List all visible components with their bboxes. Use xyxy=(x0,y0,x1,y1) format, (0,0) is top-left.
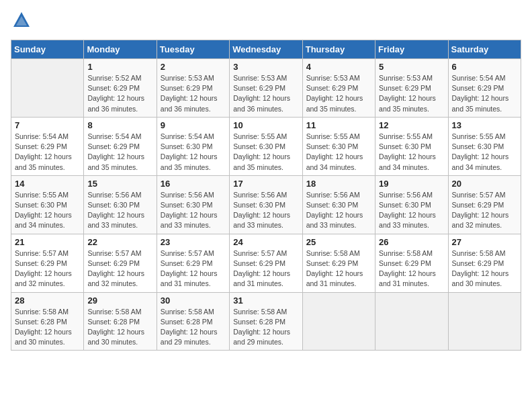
calendar-cell: 21Sunrise: 5:57 AM Sunset: 6:29 PM Dayli… xyxy=(11,234,84,292)
day-number: 13 xyxy=(452,120,517,130)
day-info: Sunrise: 5:57 AM Sunset: 6:29 PM Dayligh… xyxy=(452,190,517,231)
day-number: 25 xyxy=(306,237,371,247)
calendar-cell: 18Sunrise: 5:56 AM Sunset: 6:30 PM Dayli… xyxy=(302,175,375,234)
calendar-cell: 29Sunrise: 5:58 AM Sunset: 6:28 PM Dayli… xyxy=(84,292,157,351)
calendar-cell: 27Sunrise: 5:58 AM Sunset: 6:29 PM Dayli… xyxy=(448,234,521,292)
day-number: 14 xyxy=(15,179,80,189)
day-number: 17 xyxy=(233,179,298,189)
day-number: 9 xyxy=(161,120,226,130)
calendar-cell: 8Sunrise: 5:54 AM Sunset: 6:29 PM Daylig… xyxy=(84,117,157,175)
calendar-cell: 13Sunrise: 5:55 AM Sunset: 6:30 PM Dayli… xyxy=(448,117,521,175)
calendar-cell xyxy=(448,292,521,351)
calendar-cell: 7Sunrise: 5:54 AM Sunset: 6:29 PM Daylig… xyxy=(11,117,84,175)
day-number: 27 xyxy=(452,237,517,247)
day-info: Sunrise: 5:55 AM Sunset: 6:30 PM Dayligh… xyxy=(306,132,371,173)
day-info: Sunrise: 5:55 AM Sunset: 6:30 PM Dayligh… xyxy=(233,132,298,173)
calendar-cell: 14Sunrise: 5:55 AM Sunset: 6:30 PM Dayli… xyxy=(11,175,84,234)
day-info: Sunrise: 5:58 AM Sunset: 6:28 PM Dayligh… xyxy=(87,307,152,348)
weekday-header-saturday: Saturday xyxy=(448,40,521,59)
day-info: Sunrise: 5:57 AM Sunset: 6:29 PM Dayligh… xyxy=(161,248,226,289)
day-info: Sunrise: 5:54 AM Sunset: 6:29 PM Dayligh… xyxy=(452,73,517,114)
day-info: Sunrise: 5:55 AM Sunset: 6:30 PM Dayligh… xyxy=(379,132,444,173)
day-number: 26 xyxy=(379,237,444,247)
day-number: 4 xyxy=(306,62,371,72)
logo-text xyxy=(11,11,31,33)
day-info: Sunrise: 5:58 AM Sunset: 6:29 PM Dayligh… xyxy=(379,248,444,289)
calendar-week-row: 28Sunrise: 5:58 AM Sunset: 6:28 PM Dayli… xyxy=(11,292,521,351)
calendar-cell: 19Sunrise: 5:56 AM Sunset: 6:30 PM Dayli… xyxy=(375,175,448,234)
calendar-cell: 9Sunrise: 5:54 AM Sunset: 6:30 PM Daylig… xyxy=(157,117,229,175)
day-number: 6 xyxy=(452,62,517,72)
day-info: Sunrise: 5:52 AM Sunset: 6:29 PM Dayligh… xyxy=(87,73,152,114)
day-number: 10 xyxy=(233,120,298,130)
day-number: 8 xyxy=(87,120,152,130)
calendar-week-row: 21Sunrise: 5:57 AM Sunset: 6:29 PM Dayli… xyxy=(11,234,521,292)
calendar-cell: 26Sunrise: 5:58 AM Sunset: 6:29 PM Dayli… xyxy=(375,234,448,292)
day-number: 30 xyxy=(161,295,226,306)
calendar-cell: 10Sunrise: 5:55 AM Sunset: 6:30 PM Dayli… xyxy=(230,117,302,175)
calendar-cell: 5Sunrise: 5:53 AM Sunset: 6:29 PM Daylig… xyxy=(375,59,448,118)
day-info: Sunrise: 5:55 AM Sunset: 6:30 PM Dayligh… xyxy=(452,132,517,173)
calendar-cell: 11Sunrise: 5:55 AM Sunset: 6:30 PM Dayli… xyxy=(302,117,375,175)
day-number: 28 xyxy=(15,295,80,306)
calendar-cell: 31Sunrise: 5:58 AM Sunset: 6:28 PM Dayli… xyxy=(230,292,302,351)
day-info: Sunrise: 5:56 AM Sunset: 6:30 PM Dayligh… xyxy=(87,190,152,231)
day-info: Sunrise: 5:57 AM Sunset: 6:29 PM Dayligh… xyxy=(15,248,80,289)
day-number: 22 xyxy=(87,237,152,247)
weekday-header-wednesday: Wednesday xyxy=(230,40,302,59)
calendar-cell: 24Sunrise: 5:57 AM Sunset: 6:29 PM Dayli… xyxy=(230,234,302,292)
day-info: Sunrise: 5:58 AM Sunset: 6:29 PM Dayligh… xyxy=(452,248,517,289)
day-number: 7 xyxy=(15,120,80,130)
day-info: Sunrise: 5:56 AM Sunset: 6:30 PM Dayligh… xyxy=(306,190,371,231)
day-info: Sunrise: 5:55 AM Sunset: 6:30 PM Dayligh… xyxy=(15,190,80,231)
day-number: 12 xyxy=(379,120,444,130)
day-number: 20 xyxy=(452,179,517,189)
day-info: Sunrise: 5:54 AM Sunset: 6:29 PM Dayligh… xyxy=(15,132,80,173)
weekday-header-thursday: Thursday xyxy=(302,40,375,59)
calendar-cell: 17Sunrise: 5:56 AM Sunset: 6:30 PM Dayli… xyxy=(230,175,302,234)
calendar-header: SundayMondayTuesdayWednesdayThursdayFrid… xyxy=(11,40,521,59)
day-number: 19 xyxy=(379,179,444,189)
day-info: Sunrise: 5:54 AM Sunset: 6:30 PM Dayligh… xyxy=(161,132,226,173)
weekday-header-sunday: Sunday xyxy=(11,40,84,59)
calendar-cell xyxy=(302,292,375,351)
day-info: Sunrise: 5:58 AM Sunset: 6:28 PM Dayligh… xyxy=(15,307,80,348)
day-number: 2 xyxy=(161,62,226,72)
calendar-cell: 15Sunrise: 5:56 AM Sunset: 6:30 PM Dayli… xyxy=(84,175,157,234)
day-info: Sunrise: 5:53 AM Sunset: 6:29 PM Dayligh… xyxy=(161,73,226,114)
day-number: 5 xyxy=(379,62,444,72)
calendar-cell: 6Sunrise: 5:54 AM Sunset: 6:29 PM Daylig… xyxy=(448,59,521,118)
weekday-header-tuesday: Tuesday xyxy=(157,40,229,59)
calendar-cell: 1Sunrise: 5:52 AM Sunset: 6:29 PM Daylig… xyxy=(84,59,157,118)
day-info: Sunrise: 5:58 AM Sunset: 6:29 PM Dayligh… xyxy=(306,248,371,289)
day-info: Sunrise: 5:53 AM Sunset: 6:29 PM Dayligh… xyxy=(306,73,371,114)
page-header xyxy=(11,11,521,33)
day-number: 29 xyxy=(87,295,152,306)
day-info: Sunrise: 5:57 AM Sunset: 6:29 PM Dayligh… xyxy=(87,248,152,289)
day-number: 21 xyxy=(15,237,80,247)
calendar-cell: 25Sunrise: 5:58 AM Sunset: 6:29 PM Dayli… xyxy=(302,234,375,292)
calendar-cell: 28Sunrise: 5:58 AM Sunset: 6:28 PM Dayli… xyxy=(11,292,84,351)
day-number: 15 xyxy=(87,179,152,189)
day-info: Sunrise: 5:57 AM Sunset: 6:29 PM Dayligh… xyxy=(233,248,298,289)
logo xyxy=(11,11,31,33)
day-info: Sunrise: 5:53 AM Sunset: 6:29 PM Dayligh… xyxy=(233,73,298,114)
day-number: 11 xyxy=(306,120,371,130)
calendar-cell: 30Sunrise: 5:58 AM Sunset: 6:28 PM Dayli… xyxy=(157,292,229,351)
calendar-cell xyxy=(375,292,448,351)
weekday-header-monday: Monday xyxy=(84,40,157,59)
logo-icon xyxy=(12,11,31,30)
calendar-cell: 4Sunrise: 5:53 AM Sunset: 6:29 PM Daylig… xyxy=(302,59,375,118)
calendar-cell: 22Sunrise: 5:57 AM Sunset: 6:29 PM Dayli… xyxy=(84,234,157,292)
day-info: Sunrise: 5:53 AM Sunset: 6:29 PM Dayligh… xyxy=(379,73,444,114)
calendar-cell: 20Sunrise: 5:57 AM Sunset: 6:29 PM Dayli… xyxy=(448,175,521,234)
calendar-cell: 3Sunrise: 5:53 AM Sunset: 6:29 PM Daylig… xyxy=(230,59,302,118)
calendar-week-row: 1Sunrise: 5:52 AM Sunset: 6:29 PM Daylig… xyxy=(11,59,521,118)
day-number: 3 xyxy=(233,62,298,72)
day-number: 24 xyxy=(233,237,298,247)
calendar-body: 1Sunrise: 5:52 AM Sunset: 6:29 PM Daylig… xyxy=(11,59,521,351)
calendar-cell: 2Sunrise: 5:53 AM Sunset: 6:29 PM Daylig… xyxy=(157,59,229,118)
calendar-cell: 12Sunrise: 5:55 AM Sunset: 6:30 PM Dayli… xyxy=(375,117,448,175)
day-number: 16 xyxy=(161,179,226,189)
day-info: Sunrise: 5:56 AM Sunset: 6:30 PM Dayligh… xyxy=(161,190,226,231)
